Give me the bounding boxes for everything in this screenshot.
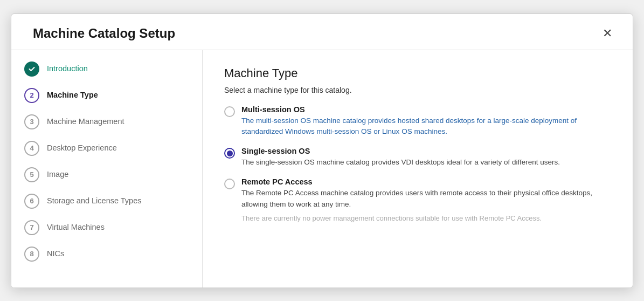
machine-catalog-dialog: Machine Catalog Setup ✕ Introduction 2 M… bbox=[11, 13, 633, 288]
option-warning-remote-pc: There are currently no power management … bbox=[241, 213, 609, 224]
option-multi-session[interactable]: Multi-session OS The multi-session OS ma… bbox=[224, 105, 609, 138]
sidebar-label-machine-type: Machine Type bbox=[47, 87, 98, 100]
option-name-multi-session: Multi-session OS bbox=[241, 105, 609, 114]
option-text-single-session: Single-session OS The single-session OS … bbox=[241, 147, 609, 168]
option-name-remote-pc: Remote PC Access bbox=[241, 177, 609, 186]
sidebar-item-desktop-experience[interactable]: 4 Desktop Experience bbox=[11, 135, 202, 161]
step-indicator-2: 2 bbox=[24, 88, 39, 103]
sidebar-item-machine-management[interactable]: 3 Machine Management bbox=[11, 108, 202, 135]
checkmark-icon bbox=[28, 65, 36, 73]
sidebar-label-nics: NICs bbox=[47, 246, 64, 259]
option-single-session[interactable]: Single-session OS The single-session OS … bbox=[224, 147, 609, 168]
sidebar-item-image[interactable]: 5 Image bbox=[11, 161, 202, 188]
radio-remote-pc[interactable] bbox=[224, 179, 235, 189]
option-text-remote-pc: Remote PC Access The Remote PC Access ma… bbox=[241, 177, 609, 223]
option-remote-pc[interactable]: Remote PC Access The Remote PC Access ma… bbox=[224, 177, 609, 223]
radio-multi-session[interactable] bbox=[224, 106, 235, 117]
sidebar-label-virtual-machines: Virtual Machines bbox=[47, 220, 105, 232]
step-indicator-3: 3 bbox=[24, 114, 39, 129]
close-button[interactable]: ✕ bbox=[599, 26, 615, 40]
option-desc-single-session: The single-session OS machine catalog pr… bbox=[241, 157, 609, 168]
step-indicator-4: 4 bbox=[24, 141, 39, 156]
sidebar-label-machine-management: Machine Management bbox=[47, 114, 124, 127]
dialog-title: Machine Catalog Setup bbox=[33, 26, 175, 41]
sidebar-label-storage-license: Storage and License Types bbox=[47, 193, 141, 206]
option-name-single-session: Single-session OS bbox=[241, 147, 609, 155]
main-content: Machine Type Select a machine type for t… bbox=[203, 50, 633, 288]
option-desc-multi-session: The multi-session OS machine catalog pro… bbox=[241, 115, 609, 138]
sidebar-item-nics[interactable]: 8 NICs bbox=[11, 241, 202, 267]
sidebar-item-virtual-machines[interactable]: 7 Virtual Machines bbox=[11, 214, 202, 241]
step-indicator-7: 7 bbox=[24, 220, 39, 235]
sidebar-label-desktop-experience: Desktop Experience bbox=[47, 140, 117, 153]
radio-inner-single-session bbox=[227, 150, 233, 156]
dialog-header: Machine Catalog Setup ✕ bbox=[11, 14, 633, 50]
dialog-body: Introduction 2 Machine Type 3 Machine Ma… bbox=[11, 50, 633, 288]
step-indicator-6: 6 bbox=[24, 194, 39, 209]
sidebar: Introduction 2 Machine Type 3 Machine Ma… bbox=[11, 50, 203, 288]
sidebar-item-storage-license[interactable]: 6 Storage and License Types bbox=[11, 188, 202, 214]
section-title: Machine Type bbox=[224, 66, 609, 80]
sidebar-item-introduction[interactable]: Introduction bbox=[11, 56, 202, 82]
option-text-multi-session: Multi-session OS The multi-session OS ma… bbox=[241, 105, 609, 138]
section-subtitle: Select a machine type for this catalog. bbox=[224, 86, 609, 94]
radio-single-session[interactable] bbox=[224, 148, 235, 159]
sidebar-label-introduction: Introduction bbox=[47, 61, 88, 74]
machine-type-options: Multi-session OS The multi-session OS ma… bbox=[224, 105, 609, 224]
sidebar-item-machine-type[interactable]: 2 Machine Type bbox=[11, 82, 202, 108]
step-indicator-5: 5 bbox=[24, 167, 39, 182]
step-indicator-1 bbox=[24, 61, 39, 77]
option-desc-remote-pc: The Remote PC Access machine catalog pro… bbox=[241, 188, 609, 210]
sidebar-label-image: Image bbox=[47, 167, 68, 180]
step-indicator-8: 8 bbox=[24, 247, 39, 262]
